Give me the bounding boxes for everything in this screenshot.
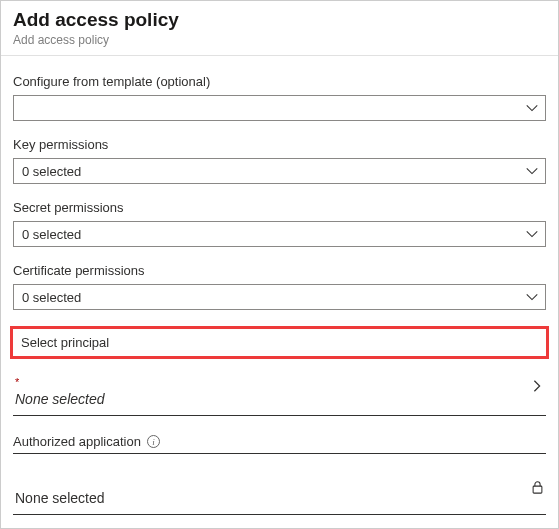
- field-certificate-permissions: Certificate permissions 0 selected: [13, 263, 546, 310]
- required-indicator: *: [15, 377, 544, 387]
- authorized-application-picker[interactable]: None selected: [13, 474, 546, 515]
- template-label: Configure from template (optional): [13, 74, 546, 89]
- select-principal-section: Select principal: [10, 326, 549, 359]
- key-permissions-value: 0 selected: [22, 164, 81, 179]
- principal-picker[interactable]: * None selected: [13, 373, 546, 416]
- chevron-down-icon: [525, 227, 539, 241]
- authorized-application-label: Authorized application: [13, 434, 141, 449]
- svg-rect-0: [533, 486, 542, 493]
- field-secret-permissions: Secret permissions 0 selected: [13, 200, 546, 247]
- certificate-permissions-label: Certificate permissions: [13, 263, 546, 278]
- authorized-application-value: None selected: [15, 490, 105, 506]
- field-key-permissions: Key permissions 0 selected: [13, 137, 546, 184]
- chevron-down-icon: [525, 290, 539, 304]
- lock-icon: [531, 480, 544, 494]
- select-principal-heading: Select principal: [21, 335, 109, 350]
- principal-value: None selected: [15, 391, 105, 407]
- secret-permissions-select[interactable]: 0 selected: [13, 221, 546, 247]
- field-template: Configure from template (optional): [13, 74, 546, 121]
- authorized-application-label-row: Authorized application i: [13, 434, 546, 454]
- info-icon[interactable]: i: [147, 435, 160, 448]
- panel-header: Add access policy Add access policy: [1, 1, 558, 56]
- secret-permissions-value: 0 selected: [22, 227, 81, 242]
- page-title: Add access policy: [13, 9, 546, 31]
- key-permissions-label: Key permissions: [13, 137, 546, 152]
- key-permissions-select[interactable]: 0 selected: [13, 158, 546, 184]
- certificate-permissions-value: 0 selected: [22, 290, 81, 305]
- template-select[interactable]: [13, 95, 546, 121]
- certificate-permissions-select[interactable]: 0 selected: [13, 284, 546, 310]
- secret-permissions-label: Secret permissions: [13, 200, 546, 215]
- form-content: Configure from template (optional) Key p…: [1, 56, 558, 529]
- chevron-right-icon: [530, 379, 544, 396]
- page-subtitle: Add access policy: [13, 33, 546, 47]
- chevron-down-icon: [525, 101, 539, 115]
- chevron-down-icon: [525, 164, 539, 178]
